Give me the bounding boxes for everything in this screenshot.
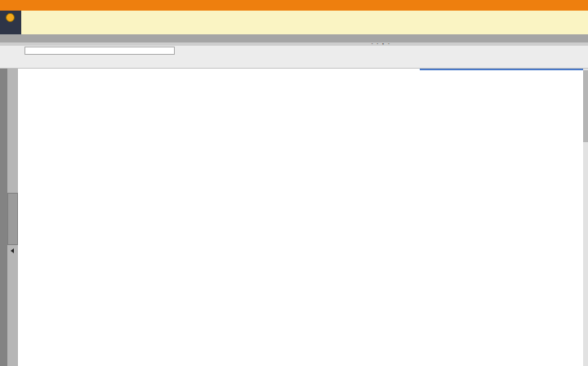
left-dark-strip xyxy=(0,69,7,366)
marker-column xyxy=(407,69,421,366)
warning-icon-panel xyxy=(0,11,21,34)
warning-icon xyxy=(6,13,15,22)
scl-toolbar xyxy=(0,56,588,69)
selection-box xyxy=(420,69,585,70)
call-path-box[interactable] xyxy=(24,47,175,55)
editor-main xyxy=(0,69,588,366)
regions-collapse-icon[interactable] xyxy=(11,248,14,253)
warning-bar xyxy=(0,11,588,34)
scrollbar-thumb[interactable] xyxy=(583,70,588,142)
tia-portal-scl-editor: • • ▾ • xyxy=(0,0,588,366)
breadcrumb xyxy=(0,0,588,11)
call-path-row xyxy=(0,46,588,56)
tab-regions[interactable] xyxy=(7,193,18,245)
block-interface-bar[interactable] xyxy=(0,34,588,42)
